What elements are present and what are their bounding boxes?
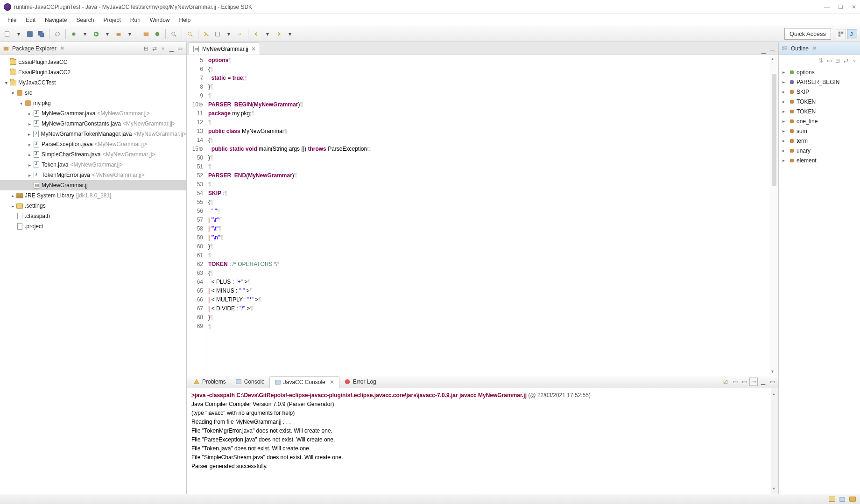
new-java-class-button[interactable] (153, 29, 162, 39)
minimize-bottom-button[interactable]: ▁ (759, 378, 767, 386)
menu-project[interactable]: Project (99, 15, 125, 25)
tree-item[interactable]: ▸ParseException.java<MyNewGrammar.jj> (0, 139, 186, 149)
code-line[interactable]: ··< PLUS : "+" >¶ (208, 278, 768, 287)
expand-icon[interactable]: ▸ (782, 99, 787, 104)
menu-button[interactable]: ▿ (851, 57, 858, 64)
code-line[interactable]: TOKEN : /* OPERATORS */¶ (208, 260, 768, 269)
outline-item[interactable]: ▸PARSER_BEGIN (779, 77, 860, 87)
code-line[interactable]: public class MyNewGrammar¶ (208, 127, 768, 136)
scroll-lock-button[interactable]: ▭ (749, 378, 758, 386)
code-line[interactable]: | < DIVIDE : "/" >¶ (208, 304, 768, 313)
quick-access-field[interactable]: Quick Access (784, 28, 831, 40)
overview-thumb[interactable] (772, 74, 776, 186)
code-line[interactable]: ¶ (208, 91, 768, 100)
scroll-up-icon[interactable]: ▴ (773, 389, 775, 398)
tab-problems[interactable]: Problems (189, 376, 231, 387)
pin-console-button[interactable]: ▭ (731, 378, 739, 386)
code-line[interactable]: | "\r"¶ (208, 216, 768, 224)
annotation-dropdown-icon[interactable]: ▾ (224, 29, 233, 39)
tree-item[interactable]: .project (0, 221, 186, 231)
expand-icon[interactable]: ▸ (782, 148, 787, 153)
code-line[interactable]: ¶ (208, 180, 768, 189)
outline-item[interactable]: ▸term (779, 136, 860, 146)
new-java-package-button[interactable] (141, 29, 151, 39)
code-line[interactable]: SKIP :¶ (208, 189, 768, 198)
tree-item[interactable]: ▾my.pkg (0, 98, 186, 108)
javacc-console-output[interactable]: >java -classpath C:\Devs\GitRepo\sf-ecli… (187, 388, 778, 494)
tree-item[interactable]: ▾MyJavaCCTest (0, 77, 186, 88)
code-line[interactable]: ¶ (208, 251, 768, 260)
expand-icon[interactable]: ▸ (9, 193, 16, 198)
tree-item[interactable]: ▸MyNewGrammar.java<MyNewGrammar.jj> (0, 108, 186, 119)
tree-item[interactable]: .classpath (0, 211, 186, 221)
expand-icon[interactable]: ▾ (9, 91, 16, 96)
debug-dropdown-icon[interactable]: ▾ (80, 29, 90, 39)
next-edit-button[interactable] (235, 29, 245, 39)
tree-item[interactable]: EssaiPluginJavaCC (0, 57, 186, 67)
menu-search[interactable]: Search (71, 15, 99, 25)
expand-icon[interactable]: ▸ (26, 111, 33, 116)
expand-icon[interactable]: ▸ (782, 79, 787, 84)
forward-dropdown-icon[interactable]: ▾ (285, 29, 295, 39)
filter-button[interactable]: ▭ (825, 57, 833, 64)
menu-help[interactable]: Help (175, 15, 196, 25)
code-line[interactable]: }¶ (208, 154, 768, 162)
expand-icon[interactable]: ▸ (26, 152, 33, 157)
menu-edit[interactable]: Edit (21, 15, 40, 25)
menu-navigate[interactable]: Navigate (40, 15, 71, 25)
tree-item[interactable]: ▾src (0, 88, 186, 98)
save-button[interactable] (25, 29, 35, 39)
tab-javacc-console[interactable]: JavaCC Console ✕ (269, 376, 339, 388)
maximize-button[interactable]: ☐ (838, 4, 843, 10)
code-line[interactable]: {¶ (208, 136, 768, 145)
external-tools-dropdown-icon[interactable]: ▾ (125, 29, 134, 39)
code-line[interactable]: | "\n"¶ (208, 233, 768, 242)
overview-ruler[interactable]: ▴ ▾ (770, 55, 778, 375)
code-line[interactable]: package my.pkg;¶ (208, 109, 768, 118)
code-line[interactable]: ¶ (208, 322, 768, 331)
close-button[interactable]: ✕ (852, 4, 856, 10)
outline-item[interactable]: ▸SKIP (779, 87, 860, 97)
clear-console-button[interactable] (721, 378, 730, 386)
minimize-button[interactable]: — (824, 4, 830, 10)
close-tab-icon[interactable]: ✕ (330, 379, 334, 385)
editor-tab-mynewgrammar[interactable]: MyNewGrammar.jj ✕ (189, 42, 260, 55)
tree-item[interactable]: ▸.settings (0, 201, 186, 211)
expand-icon[interactable]: ▸ (782, 128, 787, 133)
outline-item[interactable]: ▸sum (779, 126, 860, 136)
code-line[interactable]: | < MINUS : "-" >¶ (208, 287, 768, 295)
code-line[interactable]: PARSER_END(MyNewGrammar)¶ (208, 171, 768, 180)
code-line[interactable]: {¶ (208, 198, 768, 207)
debug-button[interactable] (69, 29, 78, 39)
outline-item[interactable]: ▸options (779, 67, 860, 77)
tree-item[interactable]: ▸JRE System Library[jdk1.8.0_281] (0, 190, 186, 201)
outline-item[interactable]: ▸one_line (779, 116, 860, 126)
expand-icon[interactable]: ▸ (26, 132, 32, 137)
collapse-all-button[interactable]: ⊟ (142, 45, 150, 52)
open-perspective-button[interactable] (836, 29, 846, 39)
scroll-down-icon[interactable]: ▾ (773, 484, 775, 493)
outline-item[interactable]: ▸element (779, 155, 860, 165)
new-dropdown-icon[interactable]: ▾ (14, 29, 23, 39)
link-button[interactable]: ⇄ (842, 57, 850, 64)
expand-icon[interactable]: ▸ (782, 70, 787, 75)
close-view-icon[interactable]: ✕ (812, 45, 817, 51)
search-button[interactable] (185, 29, 195, 39)
forward-button[interactable] (274, 29, 283, 39)
console-scrollbar[interactable]: ▴ ▾ (771, 388, 778, 494)
annotation-nav-button[interactable] (213, 29, 222, 39)
scroll-up-icon[interactable]: ▴ (771, 56, 774, 61)
tree-item[interactable]: EssaiPluginJavaCC2 (0, 67, 186, 77)
code-line[interactable]: }¶ (208, 242, 768, 251)
sort-button[interactable]: ⇅ (817, 57, 825, 64)
code-line[interactable]: ¶ (208, 118, 768, 127)
package-explorer-tree[interactable]: EssaiPluginJavaCCEssaiPluginJavaCC2▾MyJa… (0, 55, 186, 494)
code-line[interactable]: {¶ (208, 65, 768, 74)
maximize-editor-button[interactable]: ▭ (768, 47, 775, 55)
outline-item[interactable]: ▸TOKEN (779, 106, 860, 116)
toggle-mark-button[interactable] (202, 29, 211, 39)
statusbar-icon-1[interactable] (828, 496, 836, 503)
run-button[interactable] (92, 29, 101, 39)
menu-file[interactable]: File (3, 15, 21, 25)
code-line[interactable]: }¶ (208, 83, 768, 91)
